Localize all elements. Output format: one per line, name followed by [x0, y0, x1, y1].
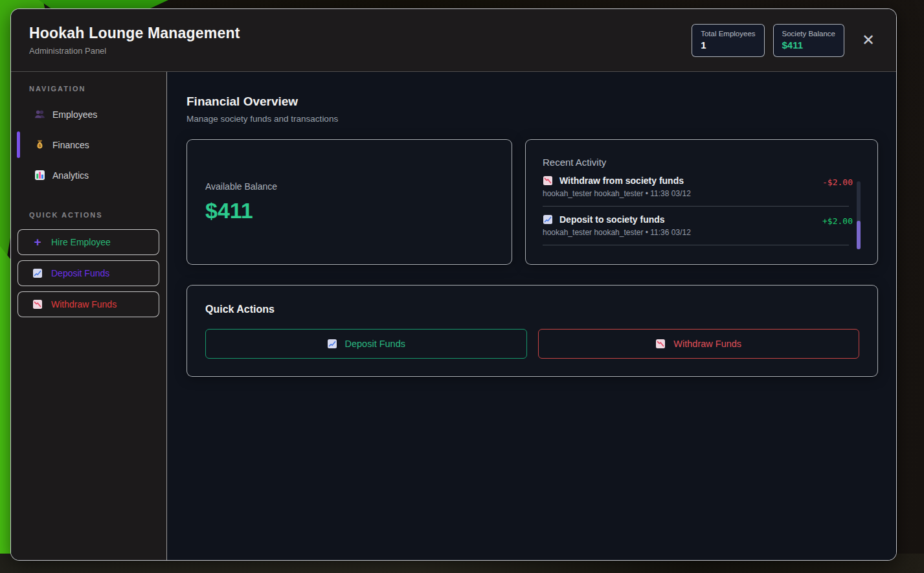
activity-item-title: Deposit to society funds: [559, 214, 665, 225]
stat-value: 1: [701, 39, 755, 51]
quick-actions-row: Deposit Funds Withdraw Funds: [205, 329, 859, 359]
chart-up-icon: [327, 339, 337, 349]
activity-title: Recent Activity: [543, 157, 849, 168]
deposit-funds-button[interactable]: Deposit Funds: [17, 260, 159, 286]
sidebar-item-label: Employees: [52, 109, 97, 120]
page-title: Financial Overview: [186, 95, 878, 109]
activity-item-meta: hookah_tester hookah_tester • 11:38 03/1…: [543, 189, 806, 198]
hire-employee-button[interactable]: + Hire Employee: [17, 229, 159, 255]
quick-actions-card: Quick Actions Deposit Funds Withdraw Fun…: [186, 285, 878, 377]
activity-item: Deposit to society funds hookah_tester h…: [543, 207, 849, 245]
button-label: Withdraw Funds: [673, 339, 741, 349]
stat-value: $411: [782, 39, 835, 51]
activity-item-title: Withdraw from society funds: [559, 175, 684, 186]
nav-heading: NAVIGATION: [29, 85, 166, 93]
app-title: Hookah Lounge Management: [29, 25, 240, 42]
quick-actions-heading: QUICK ACTIONS: [29, 211, 166, 219]
activity-item: Withdraw from society funds hookah_teste…: [543, 168, 849, 207]
chart-up-icon: [32, 268, 43, 278]
sidebar-item-label: Finances: [52, 140, 89, 150]
close-icon: ✕: [862, 31, 875, 49]
stat-label: Society Balance: [782, 30, 835, 38]
sidebar-item-employees[interactable]: Employees: [11, 99, 166, 129]
withdraw-funds-button[interactable]: Withdraw Funds: [17, 291, 159, 317]
panel-header: Hookah Lounge Management Administration …: [11, 9, 896, 72]
close-button[interactable]: ✕: [857, 29, 879, 51]
app-subtitle: Administration Panel: [29, 46, 240, 56]
chart-down-icon: [655, 339, 666, 349]
bar-chart-icon: [34, 170, 45, 181]
people-icon: [34, 109, 45, 120]
main-content: Financial Overview Manage society funds …: [167, 72, 896, 560]
balance-value: $411: [205, 198, 512, 223]
sidebar-item-analytics[interactable]: Analytics: [11, 160, 166, 190]
button-label: Deposit Funds: [345, 339, 406, 349]
activity-item-amount: +$2.00: [822, 216, 853, 226]
activity-scrollbar[interactable]: [857, 181, 861, 249]
scrollbar-thumb[interactable]: [857, 221, 861, 249]
button-label: Withdraw Funds: [51, 299, 117, 309]
chart-down-icon: [32, 299, 43, 309]
deposit-funds-action-button[interactable]: Deposit Funds: [205, 329, 527, 359]
withdraw-funds-action-button[interactable]: Withdraw Funds: [538, 329, 860, 359]
panel-body: NAVIGATION Employees $ Finances Analytic…: [11, 72, 896, 560]
stat-society-balance: Society Balance $411: [773, 24, 844, 57]
chart-up-icon: [543, 214, 553, 225]
svg-text:$: $: [38, 143, 41, 148]
quick-actions-title: Quick Actions: [205, 304, 859, 315]
balance-label: Available Balance: [205, 181, 512, 192]
chart-down-icon: [543, 175, 553, 186]
sidebar: NAVIGATION Employees $ Finances Analytic…: [11, 72, 167, 560]
admin-panel-window: Hookah Lounge Management Administration …: [10, 8, 897, 561]
balance-card: Available Balance $411: [186, 139, 512, 265]
button-label: Hire Employee: [51, 237, 111, 247]
button-label: Deposit Funds: [51, 268, 109, 278]
header-titles: Hookah Lounge Management Administration …: [29, 25, 240, 56]
stat-label: Total Employees: [701, 30, 755, 38]
page-subtitle: Manage society funds and transactions: [186, 114, 878, 124]
stat-total-employees: Total Employees 1: [692, 24, 764, 57]
sidebar-item-label: Analytics: [52, 170, 89, 181]
plus-icon: +: [32, 237, 43, 247]
sidebar-item-finances[interactable]: $ Finances: [11, 129, 166, 160]
money-bag-icon: $: [34, 139, 45, 150]
activity-item-amount: -$2.00: [822, 177, 853, 187]
recent-activity-card: Recent Activity Withdraw from society fu…: [525, 139, 878, 265]
overview-cards-row: Available Balance $411 Recent Activity W…: [186, 139, 878, 265]
grass-shard: [39, 0, 168, 9]
activity-item-meta: hookah_tester hookah_tester • 11:36 03/1…: [543, 228, 806, 237]
